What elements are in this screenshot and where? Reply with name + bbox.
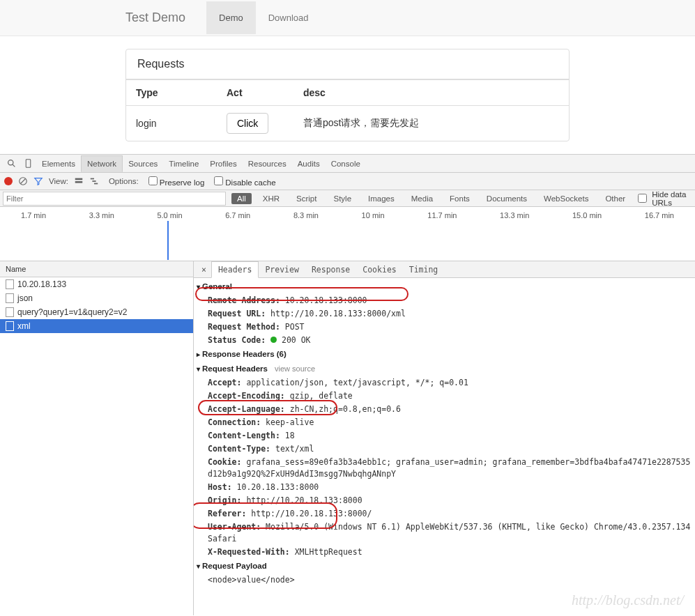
tab-console[interactable]: Console bbox=[326, 156, 366, 171]
clear-icon[interactable] bbox=[18, 176, 28, 186]
header-content-length: Content-Length: 18 bbox=[194, 429, 695, 442]
value: text/xml bbox=[275, 444, 314, 454]
status-dot-icon bbox=[270, 337, 277, 343]
record-icon[interactable] bbox=[4, 177, 13, 185]
heading-text: Request Headers bbox=[202, 364, 268, 373]
request-headers-heading[interactable]: Request Headersview source bbox=[194, 362, 695, 376]
watermark-text: http://blog.csdn.net/ bbox=[572, 592, 684, 608]
type-images[interactable]: Images bbox=[362, 193, 400, 204]
cell-desc: 普通post请求，需要先发起 bbox=[293, 106, 569, 141]
type-other[interactable]: Other bbox=[599, 193, 631, 204]
general-request-url: Request URL: http://10.20.18.133:8000/xm… bbox=[194, 307, 695, 321]
options-label: Options: bbox=[109, 177, 139, 185]
document-icon bbox=[6, 307, 14, 317]
type-media[interactable]: Media bbox=[406, 193, 438, 204]
type-websockets[interactable]: WebSockets bbox=[538, 193, 594, 204]
label: Host: bbox=[208, 482, 232, 492]
panel-title: Requests bbox=[126, 49, 569, 79]
network-timeline[interactable]: 1.7 min 3.3 min 5.0 min 6.7 min 8.3 min … bbox=[0, 207, 695, 261]
request-row[interactable]: 10.20.18.133 bbox=[0, 277, 193, 291]
filter-input[interactable] bbox=[3, 192, 226, 206]
large-rows-icon[interactable] bbox=[74, 176, 84, 186]
request-name: 10.20.18.133 bbox=[17, 279, 66, 289]
detail-tab-preview[interactable]: Preview bbox=[259, 262, 305, 277]
detail-tab-response[interactable]: Response bbox=[305, 262, 356, 277]
value: 18 bbox=[285, 431, 295, 440]
network-filter-row: All XHR Script Style Images Media Fonts … bbox=[0, 190, 695, 207]
app-body: Requests Type Act desc login Click 普通pos… bbox=[0, 36, 695, 154]
tick: 3.3 min bbox=[89, 211, 114, 220]
detail-body: General Remote Address: 10.20.18.133:800… bbox=[194, 278, 695, 591]
tab-network[interactable]: Network bbox=[81, 155, 123, 172]
svg-rect-9 bbox=[94, 183, 98, 185]
tab-audits[interactable]: Audits bbox=[292, 156, 326, 171]
col-desc: desc bbox=[293, 80, 569, 106]
preserve-log-option[interactable]: Preserve log bbox=[144, 176, 205, 187]
tab-sources[interactable]: Sources bbox=[123, 156, 163, 171]
disable-cache-option[interactable]: Disable cache bbox=[210, 176, 275, 187]
general-heading[interactable]: General bbox=[194, 279, 695, 294]
tick: 13.3 min bbox=[500, 211, 529, 220]
value: zh-CN,zh;q=0.8,en;q=0.6 bbox=[290, 404, 401, 414]
header-accept: Accept: application/json, text/javascrip… bbox=[194, 376, 695, 390]
value: http://10.20.18.133:8000/xml bbox=[270, 309, 406, 318]
type-fonts[interactable]: Fonts bbox=[444, 193, 475, 204]
label: Cookie: bbox=[208, 457, 241, 467]
request-row[interactable]: query?query1=v1&query2=v2 bbox=[0, 305, 193, 319]
hide-data-urls-checkbox[interactable] bbox=[638, 194, 647, 203]
value: grafana_sess=89e0fa3b3a4ebb1c; grafana_u… bbox=[208, 457, 690, 479]
general-remote-address: Remote Address: 10.20.18.133:8000 bbox=[194, 294, 695, 307]
svg-line-4 bbox=[21, 179, 26, 184]
header-cookie: Cookie: grafana_sess=89e0fa3b3a4ebb1c; g… bbox=[194, 456, 695, 481]
type-all[interactable]: All bbox=[231, 193, 252, 204]
request-row[interactable]: xml bbox=[0, 319, 193, 333]
hide-data-urls-label: Hide data URLs bbox=[652, 190, 688, 207]
disable-cache-checkbox[interactable] bbox=[214, 176, 223, 185]
filter-icon[interactable] bbox=[33, 176, 43, 186]
detail-tab-timing[interactable]: Timing bbox=[403, 262, 445, 277]
close-icon[interactable]: × bbox=[197, 263, 211, 276]
preserve-log-label: Preserve log bbox=[160, 178, 205, 187]
network-toolbar: View: Options: Preserve log Disable cach… bbox=[0, 173, 695, 190]
network-main: Name 10.20.18.133 json query?query1=v1&q… bbox=[0, 261, 695, 615]
request-payload-heading[interactable]: Request Payload bbox=[194, 559, 695, 573]
section-response-headers: Response Headers (6) bbox=[194, 347, 695, 362]
label: Accept: bbox=[208, 378, 241, 387]
value: 10.20.18.133:8000 bbox=[285, 295, 367, 305]
request-name: json bbox=[17, 293, 33, 303]
type-xhr[interactable]: XHR bbox=[257, 193, 285, 204]
click-button[interactable]: Click bbox=[227, 113, 268, 134]
svg-rect-5 bbox=[75, 178, 83, 180]
hide-data-urls-option[interactable]: Hide data URLs bbox=[634, 190, 688, 207]
view-source-link[interactable]: view source bbox=[275, 364, 315, 373]
detail-tab-headers[interactable]: Headers bbox=[211, 261, 259, 278]
value: XMLHttpRequest bbox=[295, 547, 362, 557]
label: Request URL: bbox=[208, 309, 266, 318]
label: Accept-Language: bbox=[208, 404, 285, 414]
tab-timeline[interactable]: Timeline bbox=[163, 156, 204, 171]
tab-profiles[interactable]: Profiles bbox=[204, 156, 242, 171]
section-request-headers: Request Headersview source Accept: appli… bbox=[194, 362, 695, 559]
label: Status Code: bbox=[208, 335, 266, 345]
nav-item-demo[interactable]: Demo bbox=[206, 1, 256, 34]
preserve-log-checkbox[interactable] bbox=[148, 176, 158, 185]
type-style[interactable]: Style bbox=[328, 193, 357, 204]
document-icon bbox=[6, 321, 14, 331]
svg-rect-8 bbox=[92, 180, 96, 182]
detail-tab-cookies[interactable]: Cookies bbox=[356, 262, 402, 277]
timeline-ticks: 1.7 min 3.3 min 5.0 min 6.7 min 8.3 min … bbox=[0, 207, 695, 220]
response-headers-heading[interactable]: Response Headers (6) bbox=[194, 347, 695, 362]
request-name: xml bbox=[17, 321, 31, 331]
nav-item-download[interactable]: Download bbox=[256, 1, 321, 34]
waterfall-icon[interactable] bbox=[89, 176, 99, 186]
table-header-row: Type Act desc bbox=[126, 80, 569, 106]
request-row[interactable]: json bbox=[0, 291, 193, 305]
device-icon[interactable] bbox=[20, 155, 36, 172]
label: User-Agent: bbox=[208, 522, 261, 532]
tab-resources[interactable]: Resources bbox=[243, 156, 292, 171]
search-icon[interactable] bbox=[3, 155, 20, 172]
tab-elements[interactable]: Elements bbox=[36, 156, 81, 171]
type-documents[interactable]: Documents bbox=[481, 193, 533, 204]
type-script[interactable]: Script bbox=[291, 193, 322, 204]
timeline-cursor[interactable] bbox=[167, 221, 169, 260]
